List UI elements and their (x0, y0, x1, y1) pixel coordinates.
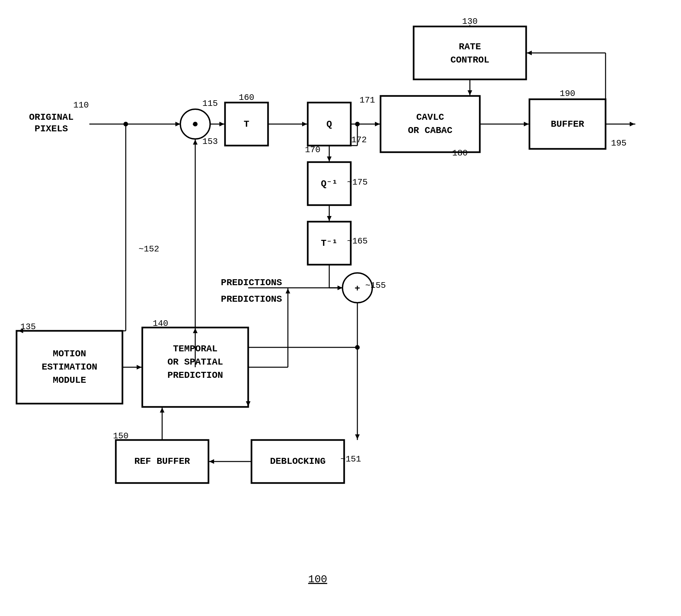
ref-172: 172 (351, 135, 367, 145)
predictions-label1: PREDICTIONS (221, 278, 282, 288)
rate-control-label2: CONTROL (450, 55, 489, 65)
ref-160: 160 (239, 93, 254, 103)
ref-151: ~151 (340, 454, 361, 464)
Q-label: Q (327, 119, 332, 129)
predictions-label2: PREDICTIONS (221, 294, 282, 304)
motion-label1: MOTION (53, 349, 86, 359)
ref-170: 170 (305, 145, 321, 155)
arrow-T-Q (302, 122, 307, 126)
cavlc-label1: CAVLC (416, 112, 444, 122)
arrow-refbuf-temporal (160, 408, 165, 413)
ref-171: 171 (360, 95, 375, 105)
cavlc-block (381, 96, 480, 152)
arrow-cavlc-buffer (524, 122, 529, 126)
cavlc-label2: OR CABAC (408, 125, 453, 136)
temporal-label3: PREDICTION (168, 370, 223, 381)
ref-155: ~155 (365, 281, 386, 290)
original-pixels-label2: PIXELS (35, 124, 68, 134)
T-label: T (244, 119, 250, 129)
rate-control-label: RATE (459, 42, 481, 52)
ref-190: 190 (560, 89, 576, 99)
ref-153: 153 (203, 137, 218, 147)
junction-sub-out (193, 122, 198, 126)
deblocking-label: DEBLOCKING (270, 456, 326, 466)
arrow-pred-up (285, 288, 290, 293)
original-pixels-label: ORIGINAL (29, 112, 73, 122)
arrow-to-Qinv (327, 156, 332, 161)
ref-150: 150 (113, 431, 129, 441)
arrow-sub-T (219, 122, 224, 126)
motion-label3: MODULE (53, 375, 86, 385)
ref-165: ~165 (347, 236, 368, 246)
arrow-deblocking-refbuf (209, 459, 214, 464)
ref-140: 140 (153, 318, 169, 329)
ref-175: ~175 (347, 177, 368, 187)
add-symbol: + (355, 284, 360, 294)
arrow-motion-temporal (137, 365, 142, 369)
buffer-label: BUFFER (551, 119, 584, 129)
figure-number: 100 (308, 573, 327, 586)
ref-180: 180 (452, 148, 468, 158)
arrow-to-deblocking (355, 434, 360, 439)
ref-buffer-label: REF BUFFER (134, 456, 190, 466)
ref-115: 115 (203, 99, 218, 108)
arrow-ratecontrol-down (468, 90, 472, 95)
arrow-buffer-out (630, 122, 635, 126)
diagram-container: RATE CONTROL 130 T 160 Q 170 CAVLC OR CA… (0, 0, 681, 616)
T-inv-label: T⁻¹ (321, 238, 337, 249)
ref-195: 195 (611, 138, 627, 148)
Q-inv-label: Q⁻¹ (321, 179, 337, 189)
rate-control-block (413, 26, 526, 79)
arrow-to-ratecontrol (527, 51, 532, 55)
ref-110: 110 (73, 100, 89, 110)
ref-152: ~152 (138, 244, 159, 254)
arrow-Qinv-Tinv (327, 216, 332, 221)
arrow-to-subtract (175, 122, 180, 126)
arrow-pred-to-sub (193, 139, 198, 145)
motion-label2: ESTIMATION (42, 362, 97, 372)
arrow-Q-cavlc (375, 122, 380, 126)
